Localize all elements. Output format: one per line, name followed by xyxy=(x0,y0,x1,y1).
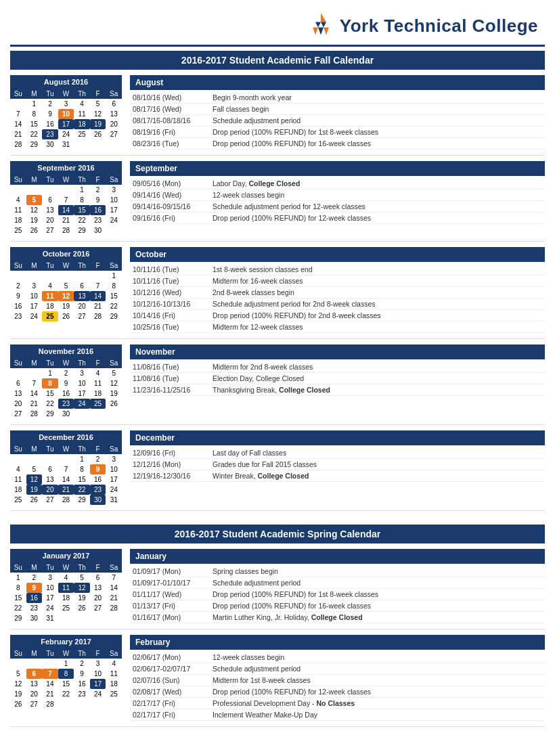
cal-day: 12 xyxy=(106,378,122,388)
cal-day: 25 xyxy=(58,603,74,613)
cal-day-header: Sa xyxy=(106,648,122,659)
svg-marker-5 xyxy=(324,27,329,35)
cal-grid: SuMTuWThFSa12345678910111213141516171819… xyxy=(10,444,122,505)
cal-day xyxy=(10,659,26,669)
event-date: 09/05/16 (Mon) xyxy=(130,179,211,188)
cal-grid: SuMTuWThFSa12345678910111213141516171819… xyxy=(10,261,122,321)
event-desc: Schedule adjustment period for 2nd 8-wee… xyxy=(211,299,545,309)
cal-day xyxy=(10,454,26,464)
cal-day: 5 xyxy=(26,195,43,205)
cal-day-header: Sa xyxy=(106,562,122,573)
event-date: 09/16/16 (Fri) xyxy=(130,213,211,223)
cal-day: 8 xyxy=(74,464,90,474)
event-row: 12/12/16 (Mon) Grades due for Fall 2015 … xyxy=(130,459,545,470)
event-date: 01/11/17 (Wed) xyxy=(130,590,211,599)
cal-day-header: Su xyxy=(10,648,26,659)
cal-day: 7 xyxy=(26,378,43,388)
cal-day-header: M xyxy=(26,444,43,454)
cal-day: 7 xyxy=(58,464,74,474)
cal-day: 25 xyxy=(10,225,26,236)
cal-day: 1 xyxy=(58,659,74,669)
cal-day: 6 xyxy=(74,281,90,291)
cal-day-header: Sa xyxy=(106,175,122,185)
cal-day: 30 xyxy=(90,225,106,236)
event-date: 01/16/17 (Mon) xyxy=(130,613,211,622)
events-container: November 11/08/16 (Tue) Midterm for 2nd … xyxy=(130,344,545,419)
cal-day: 22 xyxy=(26,129,43,139)
cal-day xyxy=(90,271,106,281)
event-date: 01/13/17 (Fri) xyxy=(130,601,211,610)
event-row: 10/12/16-10/13/16 Schedule adjustment pe… xyxy=(130,298,545,310)
cal-day-header: Su xyxy=(10,444,26,454)
cal-day-header: Su xyxy=(10,89,26,99)
event-desc: Drop period (100% REFUND) for 12-week cl… xyxy=(211,687,545,696)
cal-day: 25 xyxy=(10,495,26,505)
cal-day: 9 xyxy=(26,583,43,593)
cal-day: 16 xyxy=(90,205,106,215)
cal-day: 10 xyxy=(42,583,58,593)
event-row: 01/09/17-01/10/17 Schedule adjustment pe… xyxy=(130,577,545,589)
cal-day: 23 xyxy=(42,129,58,139)
cal-day: 12 xyxy=(58,291,74,301)
cal-day: 13 xyxy=(26,679,43,689)
events-container: January 01/09/17 (Mon) Spring classes be… xyxy=(130,549,545,623)
event-desc: Thanksgiving Break, College Closed xyxy=(211,385,545,395)
cal-day: 7 xyxy=(90,281,106,291)
cal-day: 19 xyxy=(58,301,74,311)
cal-day: 30 xyxy=(90,495,106,505)
cal-day: 8 xyxy=(106,281,122,291)
event-row: 08/10/16 (Wed) Begin 9-month work year xyxy=(130,92,545,104)
cal-day: 27 xyxy=(26,699,43,709)
cal-day xyxy=(106,225,122,236)
cal-day: 29 xyxy=(74,225,90,236)
cal-day: 9 xyxy=(42,109,58,119)
event-desc: Drop period (100% REFUND) for 12-week cl… xyxy=(211,213,545,223)
event-desc: Fall classes begin xyxy=(211,104,545,114)
month-row: February 2017 SuMTuWThFSa123456789101112… xyxy=(10,635,545,727)
cal-day: 14 xyxy=(26,388,43,399)
cal-day: 21 xyxy=(106,593,122,603)
mini-calendar: December 2016 SuMTuWThFSa123456789101112… xyxy=(10,430,122,505)
cal-month-title: December 2016 xyxy=(10,430,122,444)
cal-day: 27 xyxy=(10,409,26,419)
cal-day-header: M xyxy=(26,562,43,573)
cal-day xyxy=(106,139,122,150)
cal-day: 10 xyxy=(106,195,122,205)
event-date: 12/09/16 (Fri) xyxy=(130,448,211,458)
month-row: December 2016 SuMTuWThFSa123456789101112… xyxy=(10,430,545,511)
cal-day: 5 xyxy=(10,669,26,679)
cal-day: 2 xyxy=(42,99,58,109)
cal-day-header: Th xyxy=(74,261,90,271)
cal-day: 10 xyxy=(74,378,90,388)
cal-day: 15 xyxy=(74,205,90,215)
event-date: 02/06/17-02/07/17 xyxy=(130,664,211,673)
cal-day: 11 xyxy=(58,583,74,593)
cal-month-title: October 2016 xyxy=(10,247,122,261)
cal-day: 4 xyxy=(42,281,58,291)
cal-day: 26 xyxy=(26,225,43,236)
cal-day: 8 xyxy=(74,195,90,205)
cal-day xyxy=(10,368,26,378)
event-date: 02/17/17 (Fri) xyxy=(130,710,211,719)
event-desc: Midterm for 2nd 8-week classes xyxy=(211,362,545,372)
cal-day: 29 xyxy=(10,613,26,623)
event-date: 12/19/16-12/30/16 xyxy=(130,471,211,481)
cal-day: 24 xyxy=(106,485,122,495)
cal-grid: SuMTuWThFSa12345678910111213141516171819… xyxy=(10,89,122,150)
cal-day: 1 xyxy=(26,99,43,109)
event-desc: Drop period (100% REFUND) for 2nd 8-week… xyxy=(211,311,545,320)
cal-day xyxy=(58,454,74,464)
events-month-title: December xyxy=(130,430,545,445)
cal-grid: SuMTuWThFSa12345678910111213141516171819… xyxy=(10,175,122,236)
cal-day-header: Tu xyxy=(42,261,58,271)
cal-day-header: Th xyxy=(74,562,90,573)
cal-day: 26 xyxy=(26,495,43,505)
cal-day xyxy=(26,185,43,195)
cal-day: 12 xyxy=(74,583,90,593)
cal-day: 15 xyxy=(26,119,43,129)
cal-day xyxy=(106,699,122,709)
event-desc: Martin Luther King, Jr. Holiday, College… xyxy=(211,613,545,622)
cal-day: 13 xyxy=(10,388,26,399)
event-desc: Midterm for 1st 8-week classes xyxy=(211,675,545,685)
event-date: 11/23/16-11/25/16 xyxy=(130,385,211,395)
